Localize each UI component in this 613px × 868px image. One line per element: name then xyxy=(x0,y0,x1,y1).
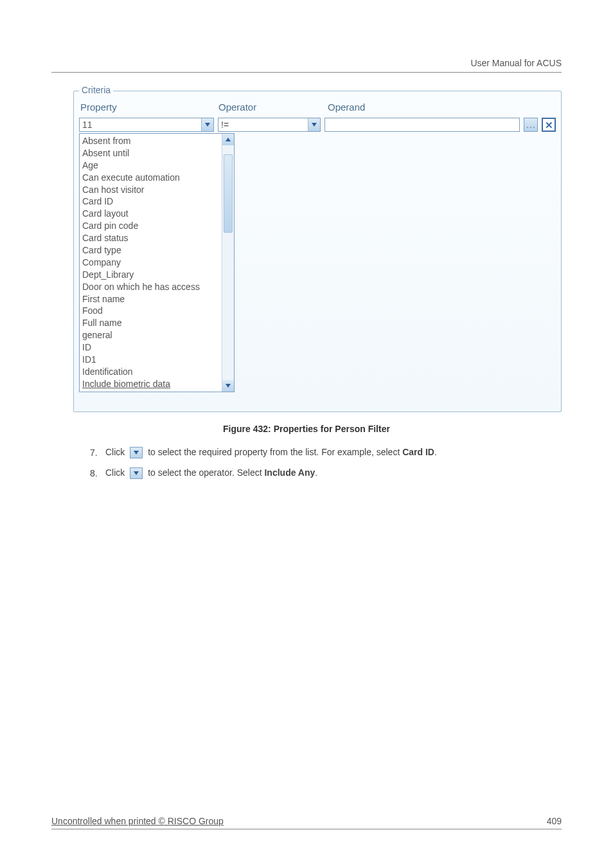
list-item[interactable]: Card pin code xyxy=(82,220,219,232)
list-item[interactable]: Include biometric data xyxy=(82,378,219,390)
criteria-panel: Criteria Property Operator Operand 11 != xyxy=(73,91,562,412)
list-item[interactable]: ID xyxy=(82,341,219,354)
ellipsis-icon: … xyxy=(526,119,536,131)
step-text: . xyxy=(434,447,437,457)
page-number: 409 xyxy=(547,816,562,826)
scrollbar-track[interactable] xyxy=(222,145,234,380)
list-item[interactable]: Absent from xyxy=(82,135,219,147)
list-item[interactable]: Absent until xyxy=(82,147,219,159)
property-combobox-value: 11 xyxy=(80,120,201,130)
step-7: 7. Click to select the required property… xyxy=(90,447,562,458)
step-number: 8. xyxy=(90,468,105,478)
column-header-property: Property xyxy=(80,102,218,113)
list-item[interactable]: Full name xyxy=(82,317,219,329)
close-icon: ✕ xyxy=(545,120,553,130)
footer-left: Uncontrolled when printed © RISCO Group xyxy=(51,816,224,826)
step-bold-text: Card ID xyxy=(402,447,434,457)
figure-caption: Figure 432: Properties for Person Filter xyxy=(51,424,562,434)
chevron-down-icon[interactable] xyxy=(201,118,213,131)
delete-button[interactable]: ✕ xyxy=(542,118,556,132)
list-item[interactable]: general xyxy=(82,329,219,341)
column-header-operand: Operand xyxy=(328,102,556,113)
list-item[interactable]: Card ID xyxy=(82,195,219,208)
property-dropdown-list: Absent from Absent until Age Can execute… xyxy=(79,133,235,392)
chevron-down-icon[interactable] xyxy=(308,118,320,131)
list-item[interactable]: Card layout xyxy=(82,208,219,220)
list-item[interactable]: Food xyxy=(82,305,219,317)
step-text: to select the operator. Select xyxy=(148,467,264,478)
chevron-down-icon[interactable] xyxy=(222,380,234,392)
list-item[interactable]: Door on which he has access xyxy=(82,281,219,293)
step-bold-text: Include Any xyxy=(264,467,315,478)
chevron-down-icon xyxy=(130,467,143,479)
operator-combobox[interactable]: != xyxy=(218,118,321,132)
list-item[interactable]: Dept_Library xyxy=(82,269,219,281)
scrollbar[interactable] xyxy=(222,134,234,392)
step-8: 8. Click to select the operator. Select … xyxy=(90,467,562,479)
list-item[interactable]: Can host visitor xyxy=(82,184,219,196)
step-text: Click xyxy=(105,467,127,478)
step-number: 7. xyxy=(90,448,105,458)
criteria-legend: Criteria xyxy=(79,85,113,95)
criteria-column-headers: Property Operator Operand xyxy=(80,102,556,113)
list-item[interactable]: ID1 xyxy=(82,354,219,366)
column-header-operator: Operator xyxy=(218,102,328,113)
list-item[interactable]: Age xyxy=(82,159,219,172)
step-text: Click xyxy=(105,447,127,457)
operand-input[interactable] xyxy=(324,118,520,132)
list-item[interactable]: Company xyxy=(82,257,219,269)
operator-combobox-value: != xyxy=(218,120,308,130)
page-header-title: User Manual for ACUS xyxy=(51,58,562,73)
list-item[interactable]: Card status xyxy=(82,232,219,244)
step-text: . xyxy=(315,467,317,478)
list-item[interactable]: Identification xyxy=(82,366,219,378)
scrollbar-thumb[interactable] xyxy=(224,154,233,233)
chevron-up-icon[interactable] xyxy=(222,134,234,145)
list-item[interactable]: First name xyxy=(82,293,219,305)
chevron-down-icon xyxy=(130,447,143,458)
step-text: to select the required property from the… xyxy=(148,447,402,457)
list-item[interactable]: Card type xyxy=(82,244,219,257)
property-combobox[interactable]: 11 xyxy=(79,118,214,132)
browse-button[interactable]: … xyxy=(524,118,538,132)
list-item[interactable]: Can execute automation xyxy=(82,172,219,184)
